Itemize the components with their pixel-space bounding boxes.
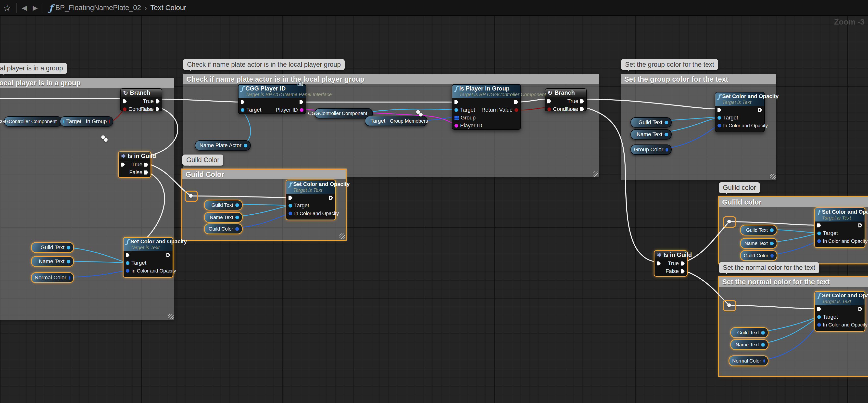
object-out-pin[interactable]: [664, 133, 668, 136]
exec-in-pin[interactable]: [717, 108, 721, 112]
comment-resize-handle[interactable]: [168, 314, 174, 319]
struct-out-pin[interactable]: [770, 254, 774, 258]
object-out-pin[interactable]: [761, 331, 765, 335]
comment-bubble[interactable]: al player is in a group: [0, 63, 67, 74]
return-value-pin[interactable]: [515, 108, 518, 112]
target-pin[interactable]: [241, 108, 244, 112]
branch-node[interactable]: ↻Branch True Condition False: [120, 88, 162, 111]
in-color-and-opacity-pin[interactable]: [126, 269, 129, 273]
comment-title[interactable]: ocal player is in a group: [0, 78, 174, 88]
exec-out-pin[interactable]: [859, 307, 862, 311]
exec-true-pin[interactable]: [156, 99, 160, 104]
is-player-in-group-node[interactable]: ƒ Is Player in Group Target is BP CGGCon…: [452, 84, 521, 130]
group-color-pill[interactable]: Group Color: [630, 144, 672, 155]
name-text-pill[interactable]: Name Text: [740, 238, 777, 249]
condition-pin[interactable]: [547, 108, 551, 111]
object-out-pin[interactable]: [244, 144, 247, 147]
exec-true-pin[interactable]: [681, 261, 685, 266]
guild-text-pill[interactable]: Guild Text: [31, 242, 74, 253]
guild-color-pill[interactable]: Guild Color: [204, 224, 243, 234]
object-out-pin[interactable]: [235, 215, 239, 219]
set-color-and-opacity-node[interactable]: ƒ Set Color and Opacity Target is Text T…: [123, 237, 173, 278]
exec-in-pin[interactable]: [126, 253, 130, 257]
group-array-pin[interactable]: [455, 116, 456, 117]
exec-out-pin[interactable]: [859, 224, 862, 228]
comment-title[interactable]: Set the group color for the text: [621, 74, 776, 84]
struct-out-pin[interactable]: [665, 148, 668, 151]
comment-title[interactable]: Set the normal color for the text: [719, 277, 868, 287]
object-out-pin[interactable]: [770, 241, 774, 245]
player-id-pin[interactable]: [455, 124, 458, 127]
forward-arrow-icon[interactable]: ▶: [33, 4, 38, 12]
struct-out-pin[interactable]: [69, 276, 70, 280]
cgg-controller-component-pill[interactable]: CGGController Component: [314, 108, 373, 118]
target-in-pin[interactable]: [63, 120, 64, 123]
in-color-and-opacity-pin[interactable]: [817, 323, 821, 327]
comment-bubble[interactable]: Set the group color for the text: [621, 59, 718, 70]
name-text-pill[interactable]: Name Text: [730, 339, 769, 350]
reroute-dot[interactable]: [419, 113, 423, 116]
graph-canvas[interactable]: Zoom -3 ocal player is in a group Check …: [0, 16, 868, 403]
comment-title[interactable]: Guild Color: [182, 170, 346, 179]
set-color-and-opacity-node[interactable]: ƒ Set Color and Opacity Target is Text T…: [814, 207, 865, 248]
object-out-pin[interactable]: [67, 260, 70, 263]
set-color-and-opacity-node[interactable]: ƒ Set Color and Opacity Target is Text T…: [814, 291, 865, 332]
exec-false-pin[interactable]: [580, 107, 584, 111]
player-id-pin[interactable]: [300, 108, 304, 112]
guild-text-pill[interactable]: Guild Text: [740, 225, 777, 235]
exec-in-pin[interactable]: [123, 99, 127, 104]
reroute-dot[interactable]: [727, 220, 731, 224]
bool-out-pin[interactable]: [109, 120, 110, 123]
favorite-star-icon[interactable]: ☆: [3, 3, 11, 13]
is-in-guild-node[interactable]: ✱Is in Guild True False: [118, 151, 151, 178]
exec-out-pin[interactable]: [300, 100, 304, 104]
exec-out-pin[interactable]: [758, 108, 762, 112]
normal-color-pill[interactable]: Normal Color: [728, 355, 769, 366]
struct-out-pin[interactable]: [763, 359, 765, 363]
name-text-pill[interactable]: Name Text: [204, 212, 243, 223]
target-pin[interactable]: [126, 261, 129, 265]
object-out-pin[interactable]: [664, 121, 668, 124]
guild-color-pill[interactable]: Guild Color: [740, 250, 777, 261]
comment-title[interactable]: Check if name plate actor is in the loca…: [183, 74, 599, 84]
exec-in-pin[interactable]: [657, 261, 661, 266]
object-out-pin[interactable]: [67, 246, 70, 250]
in-color-and-opacity-pin[interactable]: [717, 124, 721, 127]
in-color-and-opacity-pin[interactable]: [288, 212, 292, 215]
comment-resize-handle[interactable]: [340, 233, 345, 239]
struct-out-pin[interactable]: [235, 227, 239, 231]
guild-text-pill[interactable]: Guild Text: [204, 200, 243, 210]
cgg-player-id-node[interactable]: ƒ CGG Player ID Target is BP CGGName Pan…: [238, 84, 306, 114]
target-pin[interactable]: [455, 108, 458, 112]
exec-in-pin[interactable]: [817, 224, 821, 228]
exec-in-pin[interactable]: [547, 99, 551, 104]
exec-true-pin[interactable]: [580, 99, 584, 104]
comment-bubble[interactable]: Gulild color: [719, 182, 760, 193]
exec-in-pin[interactable]: [288, 196, 292, 200]
object-out-pin[interactable]: [235, 203, 239, 207]
exec-in-pin[interactable]: [455, 100, 458, 104]
exec-in-pin[interactable]: [241, 100, 245, 104]
exec-in-pin[interactable]: [817, 307, 821, 311]
branch-node[interactable]: ↻Branch True Condition False: [545, 88, 587, 111]
target-pin[interactable]: [817, 232, 821, 235]
target-pin[interactable]: [288, 204, 292, 207]
exec-false-pin[interactable]: [144, 170, 148, 175]
exec-false-pin[interactable]: [681, 269, 685, 274]
guild-text-pill[interactable]: Guild Text: [630, 117, 672, 127]
set-color-and-opacity-node[interactable]: ƒ Set Color and Opacity Target is Text T…: [286, 179, 336, 220]
target-in-group-pill[interactable]: Target In Group: [60, 116, 113, 126]
cgg-controller-component-pill[interactable]: CGGController Component: [4, 116, 62, 126]
target-group-members-pill[interactable]: Target Group Memebers: [365, 116, 428, 126]
name-plate-actor-pill[interactable]: Name Plate Actor: [195, 140, 251, 151]
exec-true-pin[interactable]: [144, 163, 148, 167]
guild-text-pill[interactable]: Guild Text: [730, 327, 769, 338]
reroute-dot[interactable]: [104, 138, 107, 142]
comment-resize-handle[interactable]: [593, 171, 598, 177]
exec-out-pin[interactable]: [514, 100, 518, 104]
object-out-pin[interactable]: [770, 228, 774, 232]
target-pin[interactable]: [717, 116, 721, 120]
breadcrumb-graph-name[interactable]: Text Colour: [150, 4, 186, 12]
comment-bubble[interactable]: Guild Color: [182, 154, 223, 166]
comment-bubble[interactable]: Check if name plate actor is in the loca…: [183, 59, 345, 70]
